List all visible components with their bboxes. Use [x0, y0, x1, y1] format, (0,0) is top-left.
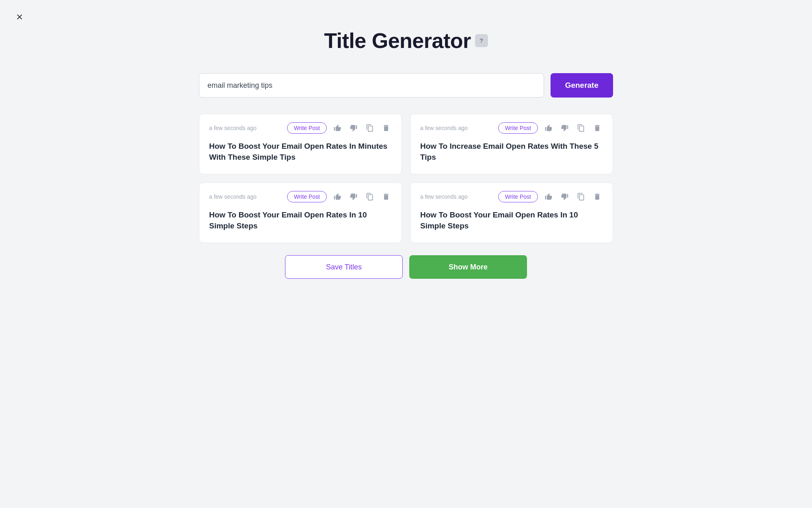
thumbs-down-icon-3 — [350, 193, 358, 201]
write-post-button-3[interactable]: Write Post — [287, 191, 327, 202]
delete-button-2[interactable] — [592, 122, 603, 134]
thumbs-up-button-1[interactable] — [332, 122, 343, 134]
title-card-3: a few seconds ago Write Post How To Boos… — [199, 182, 402, 243]
card-time-2: a few seconds ago — [420, 125, 493, 131]
thumbs-down-button-2[interactable] — [559, 122, 570, 134]
thumbs-down-icon-2 — [561, 124, 569, 132]
copy-button-2[interactable] — [575, 122, 587, 134]
thumbs-down-icon-4 — [561, 193, 569, 201]
save-titles-button[interactable]: Save Titles — [285, 255, 403, 279]
trash-icon-3 — [382, 193, 390, 201]
card-header-3: a few seconds ago Write Post — [209, 191, 392, 202]
actions-row: Save Titles Show More — [199, 255, 613, 279]
main-container: Title Generator ? Generate a few seconds… — [0, 0, 812, 279]
card-header-4: a few seconds ago Write Post — [420, 191, 603, 202]
thumbs-up-icon-2 — [544, 124, 553, 132]
generate-button[interactable]: Generate — [551, 73, 613, 98]
thumbs-up-button-4[interactable] — [543, 191, 554, 202]
write-post-button-4[interactable]: Write Post — [498, 191, 538, 202]
trash-icon-4 — [593, 193, 601, 201]
thumbs-up-icon-1 — [333, 124, 341, 132]
close-button[interactable]: × — [16, 11, 23, 23]
card-title-3: How To Boost Your Email Open Rates In 10… — [209, 210, 392, 231]
card-time-3: a few seconds ago — [209, 193, 282, 200]
card-time-4: a few seconds ago — [420, 193, 493, 200]
thumbs-up-icon-3 — [333, 193, 341, 201]
thumbs-up-icon-4 — [544, 193, 553, 201]
title-card-2: a few seconds ago Write Post How To Incr… — [410, 114, 613, 174]
copy-button-3[interactable] — [364, 191, 376, 202]
delete-button-4[interactable] — [592, 191, 603, 202]
thumbs-up-button-3[interactable] — [332, 191, 343, 202]
help-icon[interactable]: ? — [475, 34, 488, 47]
trash-icon-1 — [382, 124, 390, 132]
copy-icon-1 — [366, 124, 374, 132]
card-time-1: a few seconds ago — [209, 125, 282, 131]
card-header-1: a few seconds ago Write Post — [209, 122, 392, 134]
card-title-1: How To Boost Your Email Open Rates In Mi… — [209, 141, 392, 163]
copy-icon-4 — [577, 193, 585, 201]
thumbs-up-button-2[interactable] — [543, 122, 554, 134]
copy-button-1[interactable] — [364, 122, 376, 134]
card-title-4: How To Boost Your Email Open Rates In 10… — [420, 210, 603, 231]
thumbs-down-button-4[interactable] — [559, 191, 570, 202]
delete-button-3[interactable] — [380, 191, 392, 202]
delete-button-1[interactable] — [380, 122, 392, 134]
copy-icon-3 — [366, 193, 374, 201]
thumbs-down-icon-1 — [350, 124, 358, 132]
title-card-1: a few seconds ago Write Post How To Boos… — [199, 114, 402, 174]
card-title-2: How To Increase Email Open Rates With Th… — [420, 141, 603, 163]
show-more-button[interactable]: Show More — [409, 255, 527, 279]
thumbs-down-button-1[interactable] — [348, 122, 359, 134]
cards-grid: a few seconds ago Write Post How To Boos… — [199, 114, 613, 243]
title-card-4: a few seconds ago Write Post How To Boos… — [410, 182, 613, 243]
thumbs-down-button-3[interactable] — [348, 191, 359, 202]
page-title: Title Generator — [324, 28, 471, 53]
search-input[interactable] — [199, 73, 544, 98]
write-post-button-2[interactable]: Write Post — [498, 122, 538, 134]
copy-icon-2 — [577, 124, 585, 132]
header-row: Title Generator ? — [324, 28, 488, 53]
trash-icon-2 — [593, 124, 601, 132]
search-row: Generate — [199, 73, 613, 98]
write-post-button-1[interactable]: Write Post — [287, 122, 327, 134]
card-header-2: a few seconds ago Write Post — [420, 122, 603, 134]
copy-button-4[interactable] — [575, 191, 587, 202]
